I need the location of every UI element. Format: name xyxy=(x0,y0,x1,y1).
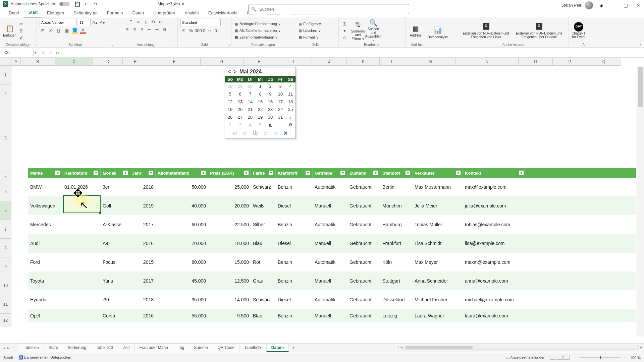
calendar-day[interactable]: 12 xyxy=(225,98,235,106)
table-cell[interactable]: 3er xyxy=(101,184,130,190)
table-cell[interactable]: Laura Wagner xyxy=(413,313,463,318)
tab-first-icon[interactable]: ◂ xyxy=(3,346,5,350)
table-cell[interactable]: 2016 xyxy=(130,241,156,246)
table-cell[interactable]: Gebraucht xyxy=(347,222,380,227)
table-cell[interactable]: 22.500 xyxy=(208,222,251,227)
calendar-day[interactable]: 4 xyxy=(285,82,296,90)
filter-icon[interactable]: ▾ xyxy=(373,171,378,175)
table-cell[interactable]: Michael Fischer xyxy=(413,297,463,302)
table-cell[interactable]: Diesel xyxy=(276,297,313,302)
calendar-day[interactable]: 9 xyxy=(265,90,275,98)
table-header[interactable]: Kaufdatum▾ xyxy=(62,168,101,178)
table-cell[interactable]: Manuell xyxy=(313,278,347,284)
table-cell[interactable]: Blau xyxy=(251,241,276,246)
calendar-day[interactable]: 31 xyxy=(275,113,285,121)
scrollbar-thumb[interactable] xyxy=(406,346,473,349)
table-cell[interactable]: Frankfurt xyxy=(380,241,413,246)
table-cell[interactable]: 2018 xyxy=(130,184,156,190)
name-box[interactable]: C6 xyxy=(2,49,34,56)
horizontal-scrollbar[interactable]: ⁝◂▸ xyxy=(398,345,642,350)
table-cell[interactable]: 15.000 xyxy=(208,259,251,265)
comma-icon[interactable]: 000 xyxy=(195,27,201,34)
copy-icon[interactable]: ⎘ xyxy=(18,27,24,34)
calendar-prev-icon[interactable]: < xyxy=(228,69,231,75)
table-cell[interactable]: 2016 xyxy=(130,313,156,318)
table-cell[interactable]: Blau xyxy=(251,313,276,318)
save-icon[interactable]: 💾 xyxy=(74,1,80,7)
calendar-day[interactable] xyxy=(275,121,285,129)
calendar-day[interactable]: 8 xyxy=(255,90,265,98)
table-cell[interactable]: i30 xyxy=(101,297,130,302)
menu-start[interactable]: Start xyxy=(23,8,42,17)
row-header[interactable]: 4 xyxy=(0,173,11,182)
table-cell[interactable]: Benzin xyxy=(276,222,313,227)
table-cell[interactable]: Ford xyxy=(28,259,62,265)
table-row[interactable]: MercedesA-Klasse201760.00022.500SilberBe… xyxy=(28,215,636,234)
calendar-day[interactable]: 5 xyxy=(225,90,235,98)
fill-color-icon[interactable]: 🪣 xyxy=(72,27,78,34)
table-cell[interactable]: Schwarz xyxy=(251,297,276,302)
sheet-tab[interactable]: Tabelle5 xyxy=(19,344,44,352)
calendar-day[interactable]: 13 xyxy=(235,98,245,106)
table-cell[interactable]: Anna Schneider xyxy=(413,278,463,284)
calendar-day[interactable]: 28 xyxy=(225,82,235,90)
sheet-tab[interactable]: Tabelle13 xyxy=(91,344,118,352)
font-name-select[interactable]: Aptos Narrow xyxy=(40,19,76,26)
fx-icon[interactable]: fx xyxy=(56,50,60,55)
table-cell[interactable]: Julia Meier xyxy=(413,203,463,208)
table-cell[interactable]: Opel xyxy=(28,313,62,318)
table-cell[interactable]: lisa@example.com xyxy=(463,241,526,246)
col-header[interactable]: G xyxy=(201,58,244,66)
tab-more-icon[interactable]: ⋯ xyxy=(11,346,15,350)
data-analysis-button[interactable]: 📊Datenanalyse xyxy=(431,22,445,43)
table-cell[interactable]: Benzin xyxy=(276,259,313,265)
table-cell[interactable]: Benzin xyxy=(276,278,313,284)
table-cell[interactable]: Diesel xyxy=(276,203,313,208)
table-cell[interactable]: Automatik xyxy=(313,184,347,190)
table-header[interactable]: Kraftstoff▾ xyxy=(276,168,313,178)
undo-icon[interactable]: ↶ xyxy=(83,1,90,7)
row-header[interactable]: 6 xyxy=(0,201,11,220)
table-cell[interactable]: BMW xyxy=(28,184,62,190)
format-as-table-button[interactable]: ▦ Als Tabelle formatieren ∨ xyxy=(234,27,281,34)
table-cell[interactable]: Düsseldorf xyxy=(380,297,413,302)
calendar-day[interactable]: 24 xyxy=(275,106,285,113)
calendar-action-icon[interactable]: ▭ xyxy=(272,130,279,136)
cut-icon[interactable]: ✂ xyxy=(18,21,24,27)
filter-icon[interactable]: ▾ xyxy=(306,171,310,175)
table-cell[interactable]: Gebraucht xyxy=(347,278,380,284)
row-header[interactable]: 11 xyxy=(0,295,11,314)
col-header[interactable]: I xyxy=(275,58,312,66)
table-cell[interactable]: Automatik xyxy=(313,222,347,227)
table-cell[interactable]: Focus xyxy=(101,259,130,265)
table-cell[interactable]: Audi xyxy=(28,241,62,246)
menu-entwicklertools[interactable]: Entwicklertools xyxy=(204,8,242,17)
format-cells-button[interactable]: ▦ Format ∨ xyxy=(298,34,322,40)
table-header[interactable]: Preis (EUR)▾ xyxy=(208,168,251,178)
menu-seitenlayout[interactable]: Seitenlayout xyxy=(69,8,102,17)
row-header[interactable]: 12 xyxy=(0,314,11,327)
row-header[interactable]: 10 xyxy=(0,276,11,295)
col-header[interactable]: J xyxy=(312,58,347,66)
view-buttons[interactable] xyxy=(549,355,570,360)
table-cell[interactable]: Automatik xyxy=(313,297,347,302)
calendar-day[interactable]: ⚙ xyxy=(285,121,296,129)
table-cell[interactable]: Gebraucht xyxy=(347,241,380,246)
table-cell[interactable]: Leipzig xyxy=(380,313,413,318)
table-row[interactable]: ToyotaYaris201745.00012.500GrauBenzinMan… xyxy=(28,272,636,290)
menu-ansicht[interactable]: Ansicht xyxy=(180,8,204,17)
calendar-day[interactable]: 7 xyxy=(245,90,255,98)
column-headers[interactable]: ABCDEFGHIJKLMNOPQ xyxy=(11,58,621,66)
menu-einfügen[interactable]: Einfügen xyxy=(42,8,69,17)
calendar-day[interactable]: 5 xyxy=(255,121,265,129)
table-cell[interactable]: 01.01.2026 xyxy=(62,184,101,190)
clear-icon[interactable]: ◇ xyxy=(341,34,347,40)
table-cell[interactable]: 40.000 xyxy=(156,203,208,208)
calendar-day[interactable]: 28 xyxy=(245,113,255,121)
user-account[interactable]: Stefan Petri xyxy=(561,1,593,9)
table-cell[interactable]: Benzin xyxy=(276,313,313,318)
filter-icon[interactable]: ▾ xyxy=(201,171,206,175)
row-header[interactable]: 3 xyxy=(0,103,11,173)
table-cell[interactable]: max@example.com xyxy=(463,184,526,190)
align-left-icon[interactable]: ≡ xyxy=(124,26,130,32)
